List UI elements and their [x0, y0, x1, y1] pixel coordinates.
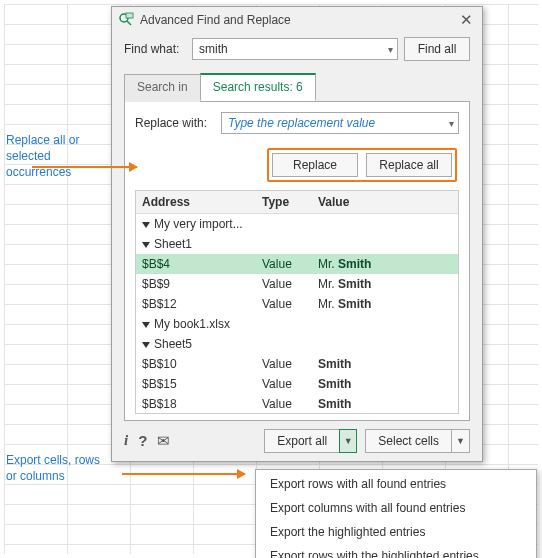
svg-rect-2 — [126, 13, 133, 18]
cell-type: Value — [256, 257, 312, 271]
callout-highlight-box: Replace Replace all — [267, 148, 457, 182]
cell-type: Value — [256, 377, 312, 391]
info-icon[interactable]: i — [124, 432, 128, 450]
cell-address: $B$12 — [136, 297, 256, 311]
menu-item[interactable]: Export rows with the highlighted entries — [256, 544, 536, 558]
svg-line-1 — [127, 21, 131, 25]
dialog-title: Advanced Find and Replace — [140, 13, 456, 27]
cell-address: $B$15 — [136, 377, 256, 391]
col-value[interactable]: Value — [312, 191, 458, 213]
tab-body: Replace with: Type the replacement value… — [124, 102, 470, 421]
col-type[interactable]: Type — [256, 191, 312, 213]
menu-item[interactable]: Export columns with all found entries — [256, 496, 536, 520]
callout-replace: Replace all or selected occurrences — [6, 132, 116, 181]
chevron-down-icon[interactable]: ▾ — [449, 118, 454, 129]
replace-with-label: Replace with: — [135, 116, 215, 130]
result-row[interactable]: $B$15ValueSmith — [136, 374, 458, 394]
cell-value: Mr. Smith — [312, 257, 458, 271]
result-row[interactable]: $B$18ValueSmith — [136, 394, 458, 414]
tree-node[interactable]: My very import... — [136, 214, 458, 234]
find-row: Find what: smith ▾ Find all — [112, 33, 482, 65]
tree-node[interactable]: Sheet5 — [136, 334, 458, 354]
cell-address: $B$10 — [136, 357, 256, 371]
mail-icon[interactable]: ✉ — [157, 432, 170, 450]
replace-row: Replace with: Type the replacement value… — [135, 112, 459, 138]
select-cells-button[interactable]: Select cells ▼ — [365, 429, 470, 453]
cell-value: Mr. Smith — [312, 277, 458, 291]
results-header: Address Type Value — [136, 191, 458, 214]
cell-address: $B$9 — [136, 277, 256, 291]
tree-node[interactable]: My book1.xlsx — [136, 314, 458, 334]
cell-value: Smith — [312, 377, 458, 391]
cell-value: Smith — [312, 397, 458, 411]
triangle-down-icon — [142, 322, 150, 328]
result-row[interactable]: $B$4ValueMr. Smith — [136, 254, 458, 274]
cell-type: Value — [256, 397, 312, 411]
replace-buttons-wrap: Replace Replace all — [135, 146, 459, 184]
chevron-down-icon[interactable]: ▼ — [339, 429, 357, 453]
tree-node[interactable]: Sheet1 — [136, 234, 458, 254]
cell-type: Value — [256, 357, 312, 371]
result-row[interactable]: $B$12ValueMr. Smith — [136, 294, 458, 314]
cell-type: Value — [256, 297, 312, 311]
find-what-input[interactable]: smith ▾ — [192, 38, 398, 60]
titlebar: Advanced Find and Replace ✕ — [112, 7, 482, 33]
result-row[interactable]: $B$10ValueSmith — [136, 354, 458, 374]
find-replace-dialog: Advanced Find and Replace ✕ Find what: s… — [111, 6, 483, 462]
triangle-down-icon — [142, 242, 150, 248]
triangle-down-icon — [142, 222, 150, 228]
replace-all-button[interactable]: Replace all — [366, 153, 452, 177]
export-all-button[interactable]: Export all ▼ — [264, 429, 357, 453]
triangle-down-icon — [142, 342, 150, 348]
find-what-label: Find what: — [124, 42, 186, 56]
callout-arrow — [32, 166, 137, 168]
menu-item[interactable]: Export rows with all found entries — [256, 472, 536, 496]
cell-address: $B$4 — [136, 257, 256, 271]
chevron-down-icon[interactable]: ▾ — [388, 44, 393, 55]
replace-with-input[interactable]: Type the replacement value ▾ — [221, 112, 459, 134]
replace-with-placeholder: Type the replacement value — [228, 116, 375, 130]
results-body: My very import...Sheet1$B$4ValueMr. Smit… — [136, 214, 458, 414]
tab-search-in[interactable]: Search in — [124, 74, 201, 102]
find-all-button[interactable]: Find all — [404, 37, 470, 61]
replace-button[interactable]: Replace — [272, 153, 358, 177]
footer-bar: i ? ✉ Export all ▼ Select cells ▼ — [124, 429, 470, 453]
col-address[interactable]: Address — [136, 191, 256, 213]
chevron-down-icon[interactable]: ▼ — [451, 430, 469, 452]
tabstrip: Search in Search results: 6 — [124, 73, 470, 102]
result-row[interactable]: $B$9ValueMr. Smith — [136, 274, 458, 294]
tab-search-results[interactable]: Search results: 6 — [200, 73, 316, 101]
results-grid: Address Type Value My very import...Shee… — [135, 190, 459, 414]
cell-address: $B$18 — [136, 397, 256, 411]
footer-icons: i ? ✉ — [124, 432, 170, 450]
help-icon[interactable]: ? — [138, 432, 147, 450]
export-menu: Export rows with all found entriesExport… — [255, 469, 537, 558]
close-icon[interactable]: ✕ — [456, 11, 476, 29]
cell-value: Smith — [312, 357, 458, 371]
app-icon — [118, 12, 134, 28]
find-what-value: smith — [199, 42, 228, 56]
callout-arrow — [122, 473, 245, 475]
cell-type: Value — [256, 277, 312, 291]
cell-value: Mr. Smith — [312, 297, 458, 311]
menu-item[interactable]: Export the highlighted entries — [256, 520, 536, 544]
callout-export: Export cells, rows or columns — [6, 452, 116, 484]
